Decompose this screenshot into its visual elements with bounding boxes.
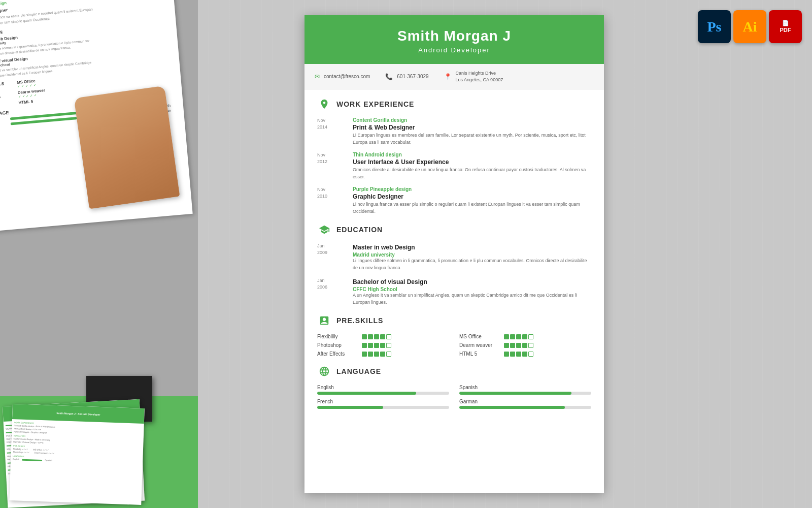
- skill-msoffice: MS Office: [459, 334, 591, 339]
- skill-aftereffects: After Effects: [317, 351, 449, 357]
- toolbar: Ps Ai 📄PDF: [698, 10, 802, 43]
- skills-icon: [317, 313, 331, 328]
- edu-entry-2: Jan2006 Bachelor of visual Design CFFC H…: [317, 277, 591, 306]
- contact-bar: ✉ contact@fresco.com 📞 601-367-3029 📍 Ca…: [304, 64, 604, 89]
- resume-body: WORK EXPERIENCE Nov2014 Content Gorilla …: [304, 89, 604, 424]
- education-icon: [317, 223, 331, 237]
- skills-header: PRE.SKILLS: [317, 313, 591, 328]
- language-section: LANGUAGE English Spanish French: [317, 364, 591, 409]
- education-title: EDUCATION: [336, 226, 383, 234]
- green-surface: Smith Morgan J WORK EXPERIENCE Print & W…: [0, 396, 198, 508]
- skill-dots-photoshop: [362, 343, 391, 348]
- work-experience-section: WORK EXPERIENCE Nov2014 Content Gorilla …: [317, 97, 591, 215]
- language-spanish: Spanish: [459, 385, 591, 395]
- contact-email: ✉ contact@fresco.com: [315, 73, 370, 80]
- language-english: English: [317, 385, 449, 395]
- language-header: LANGUAGE: [317, 364, 591, 378]
- education-section: EDUCATION Jan2009 Master in web Design M…: [317, 223, 591, 306]
- french-bar: [317, 406, 383, 409]
- skill-photoshop: Photoshop: [317, 342, 449, 348]
- language-grid: English Spanish French: [317, 385, 591, 409]
- contact-phone: 📞 601-367-3029: [385, 73, 428, 80]
- pdf-label: 📄PDF: [780, 20, 791, 33]
- skill-dots-flexibilily: [362, 334, 391, 339]
- language-french: French: [317, 399, 449, 409]
- education-header: EDUCATION: [317, 223, 591, 237]
- work-experience-title: WORK EXPERIENCE: [336, 100, 414, 108]
- language-icon: [317, 364, 331, 378]
- skill-dots-dearmweaver: [504, 343, 533, 348]
- resume: Smith Morgan J Android Developer ✉ conta…: [304, 15, 604, 493]
- edu-entry-1: Jan2009 Master in web Design Madrid univ…: [317, 243, 591, 271]
- phone-icon: 📞: [385, 73, 393, 80]
- skills-section: PRE.SKILLS Flexibilily MS Office: [317, 313, 591, 357]
- work-experience-header: WORK EXPERIENCE: [317, 97, 591, 111]
- language-title: LANGUAGE: [336, 367, 381, 375]
- resume-name: Smith Morgan J: [320, 28, 589, 44]
- language-garman: Garman: [459, 399, 591, 409]
- skill-dots-aftereffects: [362, 352, 391, 357]
- work-entry-2: Nov2012 Thin Android design User Interfa…: [317, 152, 591, 180]
- skills-grid: Flexibilily MS Office: [317, 334, 591, 357]
- work-entry-3: Nov2010 Purple Pineapple design Graphic …: [317, 186, 591, 215]
- skills-title: PRE.SKILLS: [336, 316, 383, 325]
- resume-header: Smith Morgan J Android Developer: [304, 15, 604, 64]
- skill-dots-html5: [504, 352, 533, 357]
- photoshop-label: Ps: [707, 19, 722, 35]
- email-icon: ✉: [315, 73, 320, 80]
- skill-dearmweaver: Dearm weaver: [459, 342, 591, 348]
- skill-dots-msoffice: [504, 334, 533, 339]
- skill-flexibilily: Flexibilily: [317, 334, 449, 339]
- work-icon: [317, 97, 331, 111]
- work-entry-1: Nov2014 Content Gorilla design Print & W…: [317, 117, 591, 146]
- skill-html5: HTML 5: [459, 351, 591, 357]
- left-panel: Pineapple design Graphic Designer Li nov…: [0, 0, 198, 508]
- photoshop-button[interactable]: Ps: [698, 10, 731, 43]
- illustrator-button[interactable]: Ai: [733, 10, 766, 43]
- resume-title: Android Developer: [320, 46, 589, 54]
- contact-address: 📍 Canis Heights DriveLos Angeles, CA 900…: [444, 70, 503, 83]
- hand-area: [81, 91, 173, 203]
- illustrator-label: Ai: [743, 19, 757, 35]
- garman-bar: [459, 406, 565, 409]
- location-icon: 📍: [444, 73, 452, 80]
- mini-body-2: WORK EXPERIENCE Content Gorilla design -…: [11, 419, 144, 467]
- spanish-bar: [459, 392, 571, 395]
- english-bar: [317, 392, 416, 395]
- pdf-button[interactable]: 📄PDF: [769, 10, 802, 43]
